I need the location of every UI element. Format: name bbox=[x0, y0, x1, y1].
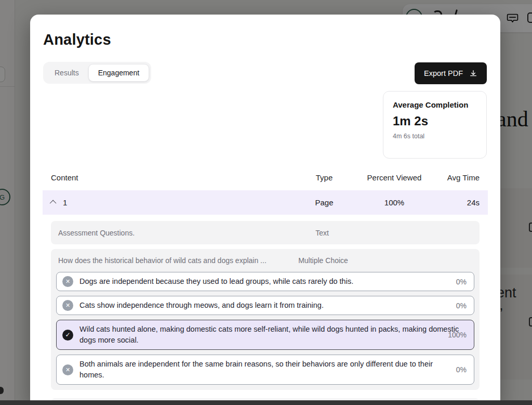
answer-option: ✕ Dogs are independent because they used… bbox=[56, 272, 474, 291]
question-header: How does the historical behavior of wild… bbox=[56, 249, 474, 272]
x-circle-icon: ✕ bbox=[62, 276, 73, 287]
subrow-text-block: Assessment Questions. Text bbox=[51, 221, 480, 244]
tab-group: Results Engagement bbox=[43, 62, 151, 84]
tab-engagement[interactable]: Engagement bbox=[88, 64, 149, 82]
answer-option-text: Dogs are independent because they used t… bbox=[79, 276, 450, 287]
check-circle-icon: ✓ bbox=[62, 330, 73, 341]
export-pdf-label: Export PDF bbox=[424, 69, 463, 77]
answer-option-text: Cats show independence through meows, an… bbox=[79, 300, 450, 311]
answer-option-percent: 100% bbox=[448, 331, 467, 339]
header-avg-time: Avg Time bbox=[436, 173, 488, 182]
summary-card-subtext: 4m 6s total bbox=[393, 133, 477, 140]
answer-option-text: Wild cats hunted alone, making domestic … bbox=[79, 324, 459, 346]
answer-option-percent: 0% bbox=[456, 278, 467, 286]
question-type: Multiple Choice bbox=[270, 256, 376, 265]
answer-option-percent: 0% bbox=[456, 365, 467, 374]
answer-option: ✕ Both animals are independent for the s… bbox=[56, 355, 474, 385]
analytics-modal: Analytics Results Engagement Export PDF … bbox=[30, 15, 500, 405]
row-type: Page bbox=[296, 198, 353, 207]
answer-option-text: Both animals are independent for the sam… bbox=[79, 359, 450, 381]
tab-results[interactable]: Results bbox=[45, 64, 88, 81]
engagement-table: Content Type Percent Viewed Avg Time 1 P… bbox=[43, 166, 488, 405]
row-percent-viewed: 100% bbox=[353, 198, 436, 207]
table-header-row: Content Type Percent Viewed Avg Time bbox=[43, 166, 488, 188]
header-content: Content bbox=[43, 173, 296, 182]
subrow-question-block: How does the historical behavior of wild… bbox=[51, 249, 480, 390]
question-label: How does the historical behavior of wild… bbox=[56, 256, 267, 265]
header-percent-viewed: Percent Viewed bbox=[353, 173, 436, 182]
export-pdf-button[interactable]: Export PDF bbox=[415, 62, 487, 84]
row-content-label: 1 bbox=[63, 198, 67, 207]
x-circle-icon: ✕ bbox=[62, 300, 73, 311]
row-avg-time: 24s bbox=[436, 198, 488, 207]
expanded-subrows: Assessment Questions. Text How does the … bbox=[51, 221, 480, 405]
x-circle-icon: ✕ bbox=[62, 364, 73, 375]
summary-card-title: Average Completion bbox=[393, 100, 477, 109]
screen: G and ent ’ s. Analytics Res bbox=[0, 0, 532, 405]
summary-card-value: 1m 2s bbox=[393, 114, 477, 128]
chevron-up-icon[interactable] bbox=[50, 200, 57, 207]
download-icon bbox=[469, 69, 477, 77]
subrow-label: Assessment Questions. bbox=[51, 229, 135, 237]
table-row-page-1[interactable]: 1 Page 100% 24s bbox=[43, 190, 488, 215]
bottom-window-edge bbox=[0, 400, 532, 405]
header-type: Type bbox=[296, 173, 353, 182]
answer-option-percent: 0% bbox=[456, 302, 467, 310]
subrow-type: Text bbox=[269, 229, 375, 237]
average-completion-card: Average Completion 1m 2s 4m 6s total bbox=[383, 91, 487, 159]
answer-option: ✕ Cats show independence through meows, … bbox=[56, 296, 474, 315]
answer-option-correct: ✓ Wild cats hunted alone, making domesti… bbox=[56, 320, 474, 350]
page-title: Analytics bbox=[43, 31, 111, 48]
